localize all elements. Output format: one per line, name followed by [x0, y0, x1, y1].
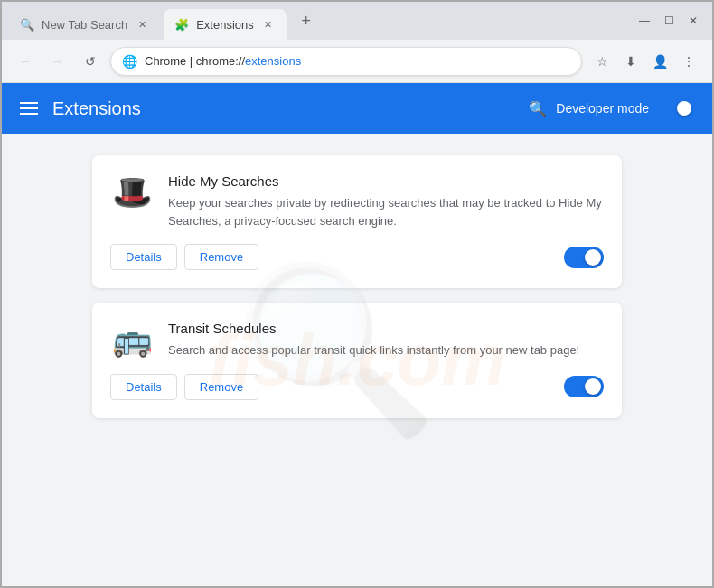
extensions-tab-icon: 🧩 [174, 18, 189, 32]
developer-mode-toggle[interactable] [658, 98, 694, 118]
new-tab-button[interactable]: + [294, 8, 319, 33]
search-tab-icon: 🔍 [20, 18, 34, 32]
extensions-page-title: Extensions [52, 98, 141, 119]
hamburger-menu[interactable] [20, 102, 38, 115]
card-footer-hide-my-searches: Details Remove [110, 244, 604, 270]
address-bar: ← → ↺ 🌐 Chrome | chrome://extensions ☆ ⬇… [2, 40, 712, 83]
url-path: extensions [245, 54, 301, 68]
hamburger-line-1 [20, 102, 38, 104]
forward-button[interactable]: → [45, 49, 70, 74]
hide-my-searches-description: Keep your searches private by redirectin… [168, 194, 604, 229]
tab-new-tab-search[interactable]: 🔍 New Tab Search ✕ [9, 9, 160, 40]
maximize-button[interactable]: ☐ [664, 14, 674, 27]
bookmark-button[interactable]: ☆ [589, 49, 615, 74]
url-actions: ☆ ⬇ 👤 ⋮ [589, 49, 701, 74]
tab-extensions-label: Extensions [196, 18, 254, 32]
hide-my-searches-toggle[interactable] [564, 247, 604, 268]
hide-my-searches-remove-button[interactable]: Remove [184, 244, 258, 270]
transit-schedules-name: Transit Schedules [168, 321, 579, 336]
hide-my-searches-details-button[interactable]: Details [110, 244, 177, 270]
url-globe-icon: 🌐 [122, 54, 137, 69]
menu-button[interactable]: ⋮ [676, 49, 701, 74]
transit-schedules-remove-button[interactable]: Remove [184, 374, 258, 400]
extension-card-hide-my-searches: 🎩 Hide My Searches Keep your searches pr… [92, 155, 622, 288]
tab-extensions[interactable]: 🧩 Extensions ✕ [164, 9, 287, 40]
hide-my-searches-icon: 🎩 [110, 173, 154, 211]
url-text: Chrome | chrome://extensions [145, 54, 301, 68]
developer-mode-label: Developer mode [556, 101, 649, 116]
card-header-transit-schedules: 🚌 Transit Schedules Search and access po… [110, 321, 604, 359]
hamburger-line-3 [20, 113, 38, 115]
url-host: Chrome | chrome:// [145, 54, 245, 68]
url-bar[interactable]: 🌐 Chrome | chrome://extensions [110, 47, 582, 76]
save-button[interactable]: ⬇ [618, 49, 644, 74]
browser-window: 🔍 New Tab Search ✕ 🧩 Extensions ✕ + — ☐ … [0, 0, 714, 588]
tab-new-tab-search-close[interactable]: ✕ [135, 17, 149, 32]
transit-schedules-details-button[interactable]: Details [110, 374, 177, 400]
tab-new-tab-search-label: New Tab Search [42, 18, 127, 32]
transit-schedules-info: Transit Schedules Search and access popu… [168, 321, 579, 359]
card-footer-transit-schedules: Details Remove [110, 374, 604, 400]
main-content: 🔍 fish.com 🎩 Hide My Searches Keep your … [2, 134, 712, 586]
extension-card-transit-schedules: 🚌 Transit Schedules Search and access po… [92, 303, 622, 418]
developer-mode-section: 🔍 Developer mode [529, 98, 694, 118]
hamburger-line-2 [20, 107, 38, 109]
hide-my-searches-name: Hide My Searches [168, 173, 604, 189]
search-icon[interactable]: 🔍 [529, 100, 547, 117]
extensions-header: Extensions 🔍 Developer mode [2, 83, 712, 134]
minimize-button[interactable]: — [639, 14, 650, 27]
refresh-button[interactable]: ↺ [78, 49, 103, 74]
hide-my-searches-info: Hide My Searches Keep your searches priv… [168, 173, 604, 229]
window-controls: — ☐ ✕ [639, 14, 705, 27]
transit-schedules-toggle[interactable] [564, 376, 604, 397]
title-bar: 🔍 New Tab Search ✕ 🧩 Extensions ✕ + — ☐ … [2, 2, 712, 40]
back-button[interactable]: ← [13, 49, 38, 74]
transit-schedules-description: Search and access popular transit quick … [168, 341, 579, 359]
card-header-hide-my-searches: 🎩 Hide My Searches Keep your searches pr… [110, 173, 604, 229]
tab-extensions-close[interactable]: ✕ [261, 17, 276, 32]
transit-schedules-icon: 🚌 [110, 321, 154, 359]
close-button[interactable]: ✕ [689, 14, 698, 27]
profile-button[interactable]: 👤 [647, 49, 672, 74]
